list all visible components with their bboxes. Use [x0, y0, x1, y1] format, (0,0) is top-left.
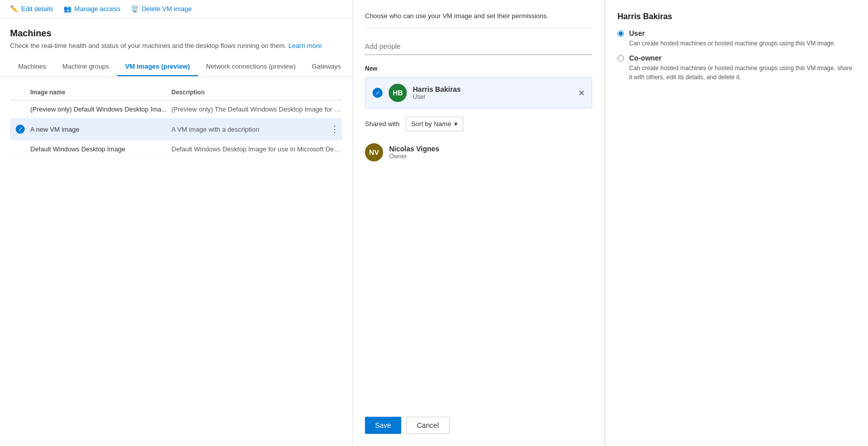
manage-icon: 👥	[64, 5, 72, 13]
right-panel: Choose who can use your VM image and set…	[353, 0, 868, 446]
table-header: Image name Description	[10, 85, 342, 100]
row-name-0: (Preview only) Default Windows Desktop I…	[30, 105, 171, 113]
tab-machine-groups[interactable]: Machine groups	[54, 58, 117, 76]
content-area: Machines Check the real-time health and …	[0, 18, 352, 163]
edit-icon: ✏️	[10, 5, 18, 13]
cancel-button[interactable]: Cancel	[406, 417, 450, 434]
coowner-option-title: Co-owner	[629, 54, 856, 62]
header-check	[10, 89, 30, 96]
header-description: Description	[171, 89, 342, 96]
new-person-card: HB Harris Bakiras User ✕	[365, 77, 592, 108]
user-radio[interactable]	[617, 30, 624, 37]
sort-dropdown[interactable]: Sort by Name ▾	[406, 117, 463, 131]
table-row[interactable]: Default Windows Desktop Image Default Wi…	[10, 140, 342, 158]
details-person-name: Harris Bakiras	[617, 12, 856, 21]
person-role: User	[413, 93, 572, 100]
page-title: Machines	[10, 28, 342, 39]
remove-person-button[interactable]: ✕	[578, 88, 585, 98]
table-row[interactable]: A new VM image A VM image with a descrip…	[10, 119, 342, 140]
edit-details-button[interactable]: ✏️ Edit details	[10, 5, 53, 13]
save-button[interactable]: Save	[365, 417, 401, 434]
section-description: Check the real-time health and status of…	[10, 42, 342, 49]
shared-with-row: Shared with Sort by Name ▾	[365, 117, 592, 131]
user-option-content: User Can create hosted machines or hoste…	[629, 29, 836, 48]
header-image-name: Image name	[30, 89, 171, 96]
chevron-down-icon: ▾	[454, 120, 458, 128]
tab-network-connections[interactable]: Network connections (preview)	[198, 58, 304, 76]
row-checkbox-1[interactable]	[10, 125, 30, 134]
shared-person-row: NV Nicolas Vignes Owner	[365, 139, 592, 165]
person-avatar: HB	[389, 84, 407, 102]
tab-vm-images[interactable]: VM images (preview)	[117, 58, 198, 76]
table-area: Image name Description (Preview only) De…	[10, 77, 342, 158]
row-desc-2: Default Windows Desktop Image for use in…	[171, 145, 342, 153]
shared-person-role: Owner	[389, 153, 592, 160]
tabs: Machines Machine groups VM images (previ…	[0, 58, 352, 77]
permission-radio-group: User Can create hosted machines or hoste…	[617, 29, 856, 82]
shared-person-avatar: NV	[365, 143, 383, 161]
person-name: Harris Bakiras	[413, 85, 572, 93]
shared-person-info: Nicolas Vignes Owner	[389, 145, 592, 160]
table-row[interactable]: (Preview only) Default Windows Desktop I…	[10, 100, 342, 119]
checked-icon	[16, 125, 25, 134]
details-panel: Harris Bakiras User Can create hosted ma…	[605, 0, 868, 446]
tab-machines[interactable]: Machines	[10, 58, 54, 76]
delete-icon: 🗑️	[131, 5, 139, 13]
coowner-radio[interactable]	[617, 55, 624, 62]
tab-gateways[interactable]: Gateways	[303, 58, 349, 76]
row-desc-0: (Preview only) The Default Windows Deskt…	[171, 105, 342, 113]
new-label: New	[365, 65, 592, 72]
user-option-title: User	[629, 29, 836, 37]
coowner-option-content: Co-owner Can create hosted machines or h…	[629, 54, 856, 82]
manage-access-button[interactable]: 👥 Manage access	[64, 5, 120, 13]
manage-access-panel: Choose who can use your VM image and set…	[353, 0, 605, 446]
person-selected-icon	[373, 88, 383, 98]
user-option-desc: Can create hosted machines or hosted mac…	[629, 39, 836, 48]
shared-with-label: Shared with	[365, 120, 400, 128]
row-name-2: Default Windows Desktop Image	[30, 145, 171, 153]
coowner-option[interactable]: Co-owner Can create hosted machines or h…	[617, 54, 856, 82]
shared-person-name: Nicolas Vignes	[389, 145, 592, 153]
left-panel: ✏️ Edit details 👥 Manage access 🗑️ Delet…	[0, 0, 353, 446]
add-people-input[interactable]	[365, 38, 592, 55]
learn-more-link[interactable]: Learn more	[288, 42, 322, 49]
sort-label: Sort by Name	[411, 120, 451, 128]
person-info: Harris Bakiras User	[413, 85, 572, 100]
panel-footer: Save Cancel	[365, 407, 592, 434]
toolbar: ✏️ Edit details 👥 Manage access 🗑️ Delet…	[0, 0, 352, 18]
panel-description: Choose who can use your VM image and set…	[365, 12, 592, 28]
row-desc-1: A VM image with a description	[171, 126, 327, 133]
user-option[interactable]: User Can create hosted machines or hoste…	[617, 29, 856, 48]
delete-button[interactable]: 🗑️ Delete VM image	[131, 5, 192, 13]
coowner-option-desc: Can create hosted machines or hosted mac…	[629, 64, 856, 82]
row-actions-menu[interactable]: ⋮	[327, 124, 342, 135]
row-name-1: A new VM image	[30, 126, 171, 133]
